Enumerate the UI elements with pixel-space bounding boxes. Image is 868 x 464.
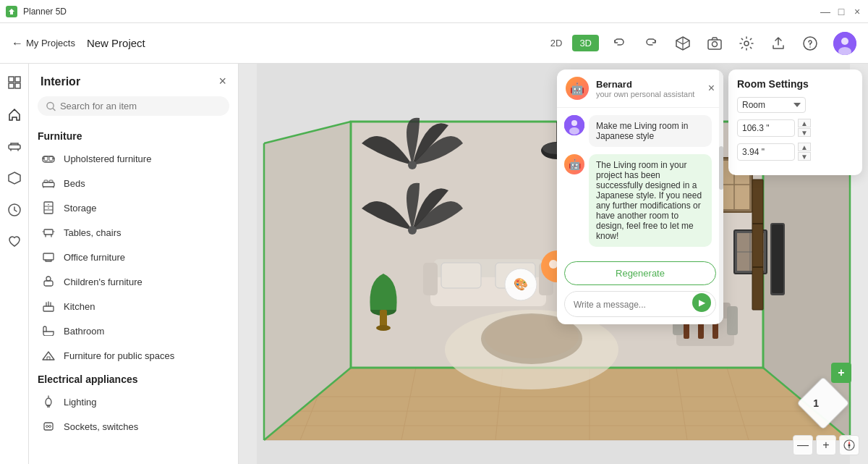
add-button[interactable]: + (831, 363, 851, 383)
svg-point-111 (571, 120, 577, 126)
floor-plan-icon[interactable] (4, 72, 25, 93)
storage-label: Storage (64, 203, 97, 214)
room-type-select[interactable]: Room Living Room Bedroom Kitchen (737, 97, 806, 113)
home-icon[interactable] (4, 104, 25, 125)
svg-rect-16 (44, 156, 48, 161)
list-item[interactable]: Office furniture (38, 245, 229, 269)
room-settings-panel: Room Settings Room Living Room Bedroom K… (728, 69, 862, 175)
undo-icon[interactable] (610, 35, 628, 52)
canvas-area[interactable]: 🎨 📋 🗑 🤖 Bernard your own personal assist… (239, 64, 868, 464)
electrical-category-title: Electrical appliances (38, 374, 229, 385)
zoom-in-button[interactable]: + (816, 435, 836, 455)
user-bubble: Make me Living room in Japanese style (589, 115, 712, 147)
room-settings-title: Room Settings (737, 78, 854, 90)
sockets-switches-icon (41, 418, 56, 434)
list-item[interactable]: Storage (38, 195, 229, 220)
svg-rect-17 (49, 156, 53, 161)
height-increment-button[interactable]: ▲ (798, 143, 811, 151)
compass-button[interactable] (839, 435, 859, 455)
zoom-level: 1 (813, 397, 819, 409)
topbar: ← My Projects New Project 2D 3D (0, 23, 868, 64)
maximize-button[interactable]: □ (836, 7, 846, 17)
list-item[interactable]: Children's furniture (38, 269, 229, 294)
furniture-icon[interactable] (4, 136, 25, 156)
chat-header-info: Bernard your own personal assistant (596, 79, 701, 98)
svg-rect-12 (9, 145, 20, 149)
height-input[interactable] (737, 143, 795, 161)
view-2d-button[interactable]: 2D (543, 35, 570, 51)
list-item[interactable]: Beds (38, 171, 229, 195)
width-increment-button[interactable]: ▲ (798, 119, 811, 127)
width-input[interactable] (737, 119, 795, 137)
back-button[interactable]: ← My Projects (12, 37, 75, 50)
kitchen-label: Kitchen (64, 301, 95, 312)
storage-icon (41, 200, 56, 216)
svg-point-2 (744, 41, 749, 46)
svg-rect-75 (752, 266, 763, 268)
svg-point-112 (569, 127, 579, 135)
panel-title: Interior (41, 75, 80, 88)
3d-view-icon[interactable] (674, 35, 692, 52)
chat-messages: Make me Living room in Japanese style 🤖 … (557, 108, 723, 261)
svg-rect-83 (441, 263, 481, 288)
titlebar-controls[interactable]: — □ × (820, 7, 862, 17)
avatar[interactable] (833, 32, 856, 55)
favorite-icon[interactable] (4, 232, 25, 252)
height-decrement-button[interactable]: ▼ (798, 152, 811, 161)
redo-icon[interactable] (642, 35, 660, 52)
list-item[interactable]: Bathroom (38, 319, 229, 343)
upholstered-label: Upholstered furniture (64, 153, 151, 164)
list-item[interactable]: Furniture for public spaces (38, 343, 229, 368)
view-3d-button[interactable]: 3D (572, 35, 599, 51)
public-spaces-label: Furniture for public spaces (64, 350, 174, 361)
svg-rect-27 (43, 253, 54, 260)
tables-chairs-label: Tables, chairs (64, 227, 121, 238)
search-icon (46, 101, 56, 111)
chat-close-button[interactable]: × (708, 82, 715, 95)
zoom-out-button[interactable]: — (793, 435, 813, 455)
camera-icon[interactable] (706, 35, 723, 52)
settings-icon[interactable] (738, 35, 755, 52)
width-spinner[interactable]: ▲ ▼ (798, 119, 811, 137)
svg-point-114 (848, 444, 851, 447)
ai-avatar: 🤖 (564, 154, 584, 174)
search-input[interactable] (60, 101, 221, 111)
list-item[interactable]: Kitchen (38, 294, 229, 319)
search-bar[interactable] (38, 96, 229, 116)
chat-scrollbar[interactable] (719, 69, 723, 324)
list-item[interactable]: Tables, chairs (38, 220, 229, 245)
svg-rect-74 (752, 223, 763, 224)
svg-point-29 (46, 277, 51, 281)
list-item[interactable]: Sockets, switches (38, 414, 229, 439)
close-button[interactable]: × (852, 7, 862, 17)
materials-icon[interactable] (4, 168, 25, 188)
zoom-compass-container: + 1 (804, 384, 848, 428)
height-spinner[interactable]: ▲ ▼ (798, 143, 811, 161)
panel-close-button[interactable]: × (218, 74, 226, 89)
chat-input[interactable] (574, 300, 689, 310)
clock-icon[interactable] (4, 200, 25, 220)
public-spaces-icon (41, 347, 56, 363)
user-message: Make me Living room in Japanese style (564, 115, 716, 147)
chat-input-area[interactable]: ▶ (564, 291, 716, 317)
childrens-furniture-icon (41, 274, 56, 290)
ai-message-text: The Living room in your project has been… (596, 160, 702, 241)
svg-point-56 (408, 161, 417, 169)
upload-icon[interactable] (770, 35, 787, 52)
send-button[interactable]: ▶ (692, 293, 711, 312)
lighting-icon (41, 394, 56, 410)
svg-rect-26 (44, 229, 53, 235)
svg-rect-19 (44, 180, 48, 182)
minimize-button[interactable]: — (820, 7, 830, 17)
chat-scrollbar-thumb[interactable] (719, 146, 723, 190)
width-decrement-button[interactable]: ▼ (798, 128, 811, 137)
svg-point-57 (408, 226, 417, 235)
svg-rect-20 (49, 180, 53, 182)
list-item[interactable]: Lighting (38, 389, 229, 414)
svg-rect-18 (43, 182, 54, 187)
app-icon (6, 6, 17, 17)
agent-name: Bernard (596, 79, 701, 90)
help-icon[interactable] (801, 35, 819, 52)
regenerate-button[interactable]: Regenerate (564, 261, 716, 285)
list-item[interactable]: Upholstered furniture (38, 146, 229, 171)
